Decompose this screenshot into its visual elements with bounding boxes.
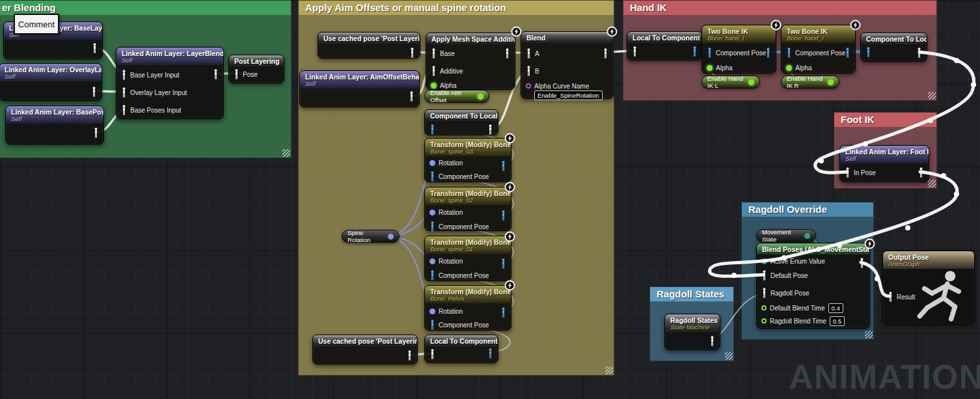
pin-pose-input[interactable]: Pose [234, 69, 258, 79]
pose-output-pin[interactable] [487, 124, 493, 135]
pin-result[interactable]: Result [888, 292, 915, 302]
node-transform-modify-bone-pelvis[interactable]: Transform (Modify) Bone Bone: Pelvis Rot… [424, 285, 511, 331]
node-output-pose[interactable]: Output Pose AnimGraph Result [882, 251, 975, 324]
pose-output-pin[interactable] [692, 46, 698, 57]
node-component-to-local-spine[interactable]: Component To Local [424, 109, 498, 135]
pin-rotation[interactable]: Rotation [429, 306, 463, 316]
pose-output-pin[interactable] [409, 48, 415, 58]
alpha-curve-value[interactable]: Enable_SpineRotation [534, 90, 603, 100]
pin-component-pose[interactable]: Component Pose [429, 221, 489, 232]
pose-output-pin[interactable] [765, 48, 771, 58]
pill-spine-rotation[interactable]: Spine Rotation [342, 230, 400, 243]
pill-enable-aim-offset[interactable]: Enable Aim Offset [424, 90, 489, 103]
pose-output-pin[interactable] [92, 43, 98, 53]
node-local-to-component-hand[interactable]: Local To Component [627, 31, 703, 61]
pose-input-pin[interactable] [632, 46, 638, 57]
pose-output-pin[interactable] [918, 167, 924, 178]
pin-base-poses-input[interactable]: Base Poses Input [121, 105, 181, 115]
pose-output-pin[interactable] [709, 336, 715, 346]
pose-output-pin[interactable] [504, 48, 510, 59]
pose-output-pin[interactable] [407, 350, 413, 361]
bool-output-pin[interactable] [748, 79, 754, 85]
node-transform-modify-bone-spine-02[interactable]: Transform (Modify) Bone Bone: spine_02 R… [424, 187, 511, 231]
node-blend-poses-movementstate[interactable]: Blend Poses (ALS_MovementState) Active E… [756, 243, 870, 329]
pin-overlay-layer-input[interactable]: Overlay Layer Input [121, 87, 187, 98]
pill-enable-hand-ik-l[interactable]: Enable Hand IK L [701, 76, 760, 89]
node-linked-anim-layer-layerblending[interactable]: Linked Anim Layer: LayerBlending Self Ba… [116, 47, 224, 119]
node-use-cached-pose-top[interactable]: Use cached pose 'Post Layering' [318, 32, 420, 59]
pin-default-pose[interactable]: Default Pose [761, 270, 808, 281]
pin-additive[interactable]: Additive [431, 66, 463, 76]
node-linked-anim-layer-foot-ik[interactable]: Linked Anim Layer: Foot IK Self In Pose [839, 145, 929, 182]
pill-enable-hand-ik-r[interactable]: Enable Hand IK R [781, 76, 839, 89]
pin-default-blend-time[interactable]: Default Blend Time0.4 [761, 303, 843, 313]
comment-title[interactable]: Apply Aim Offsets or manual spine rotati… [299, 1, 614, 15]
pose-output-pin[interactable] [500, 161, 506, 171]
rotator-output-pin[interactable] [388, 234, 394, 240]
pose-output-pin[interactable] [93, 128, 99, 138]
pose-input-pin[interactable] [865, 47, 871, 57]
resize-handle[interactable] [282, 149, 290, 157]
pose-output-pin[interactable] [500, 210, 506, 221]
pose-input-pin[interactable] [429, 124, 435, 135]
node-apply-mesh-space-additive[interactable]: Apply Mesh Space Additive Base Additive … [426, 33, 515, 90]
pin-component-pose[interactable]: Component Pose [429, 320, 489, 330]
pose-output-pin[interactable] [91, 87, 97, 97]
node-local-to-component-spine[interactable]: Local To Component [424, 335, 498, 363]
resize-handle[interactable] [725, 352, 733, 360]
node-transform-modify-bone-spine-01[interactable]: Transform (Modify) Bone Bone: spine_01 R… [424, 236, 511, 281]
pose-output-pin[interactable] [487, 348, 493, 359]
node-linked-anim-layer-aimoffsetbehaviors[interactable]: Linked Anim Layer: AimOffsetBehaviors Se… [299, 70, 420, 107]
pin-component-pose[interactable]: Component Pose [429, 171, 489, 182]
comment-title[interactable]: er Blending [0, 1, 291, 15]
pin-ragdoll-blend-time[interactable]: Ragdoll Blend Time0.5 [761, 316, 845, 326]
bool-output-pin[interactable] [478, 94, 483, 100]
pin-active-enum-value[interactable]: Active Enum Value [761, 256, 825, 266]
comment-title[interactable]: Ragdoll States [650, 287, 733, 301]
pose-output-pin[interactable] [859, 258, 865, 268]
pose-output-pin[interactable] [603, 48, 608, 59]
pin-alpha[interactable]: Alpha [707, 62, 733, 73]
ragdoll-blend-time-value[interactable]: 0.5 [830, 316, 845, 326]
enum-output-pin[interactable] [804, 233, 810, 239]
pin-in-pose[interactable]: In Pose [845, 167, 876, 178]
default-blend-time-value[interactable]: 0.4 [828, 303, 843, 313]
node-component-to-local-hand[interactable]: Component To Local [860, 33, 927, 62]
pose-output-pin[interactable] [409, 91, 415, 102]
node-blend[interactable]: Blend A B Alpha Curve Name Enable_SpineR… [521, 31, 614, 99]
pin-rotation[interactable]: Rotation [429, 256, 463, 266]
pin-alpha[interactable]: Alpha [786, 62, 812, 73]
pin-base[interactable]: Base [431, 48, 455, 59]
pin-base-layer-input[interactable]: Base Layer Input [121, 70, 180, 80]
resize-handle[interactable] [928, 180, 936, 187]
comment-title[interactable]: Hand IK [623, 1, 936, 15]
pin-component-pose[interactable]: Component Pose [707, 48, 766, 58]
resize-handle[interactable] [605, 366, 613, 374]
node-linked-anim-layer-baseposes[interactable]: Linked Anim Layer: BasePoses Self [5, 105, 104, 144]
bool-output-pin[interactable] [828, 79, 834, 85]
pin-rotation[interactable]: Rotation [429, 207, 463, 217]
node-ragdoll-states-machine[interactable]: Ragdoll States State Machine [664, 314, 720, 350]
pose-output-pin[interactable] [500, 258, 506, 269]
pill-movement-state[interactable]: Movement State [756, 229, 816, 242]
pose-input-pin[interactable] [429, 349, 435, 359]
pin-a[interactable]: A [526, 48, 539, 59]
pose-output-pin[interactable] [500, 307, 506, 318]
node-two-bone-ik-hand-l[interactable]: Two Bone IK Bone: hand_l Component Pose … [701, 25, 776, 74]
node-use-cached-pose-bottom[interactable]: Use cached pose 'Post Layering' [312, 335, 418, 365]
pose-output-pin[interactable] [916, 48, 922, 58]
node-linked-anim-layer-overlaylayer[interactable]: Linked Anim Layer: OverlayLayer Self [0, 63, 102, 101]
pin-b[interactable]: B [526, 66, 539, 76]
node-post-layering-cache[interactable]: Post Layering Pose [228, 55, 284, 83]
pose-output-pin[interactable] [845, 48, 851, 58]
comment-title[interactable]: Foot IK [834, 113, 936, 127]
pose-output-pin[interactable] [213, 69, 219, 79]
resize-handle[interactable] [928, 92, 936, 100]
pin-rotation[interactable]: Rotation [429, 158, 463, 168]
pin-component-pose[interactable]: Component Pose [429, 270, 489, 281]
node-transform-modify-bone-spine-03[interactable]: Transform (Modify) Bone Bone: spine_03 R… [424, 138, 511, 182]
animgraph-canvas[interactable]: { "watermark": "ANIMATION", "tooltip": "… [0, 0, 980, 399]
comment-title[interactable]: Ragdoll Override [742, 202, 873, 217]
node-two-bone-ik-hand-r[interactable]: Two Bone IK Bone: hand_r Component Pose … [781, 25, 856, 74]
pin-component-pose[interactable]: Component Pose [786, 48, 845, 58]
